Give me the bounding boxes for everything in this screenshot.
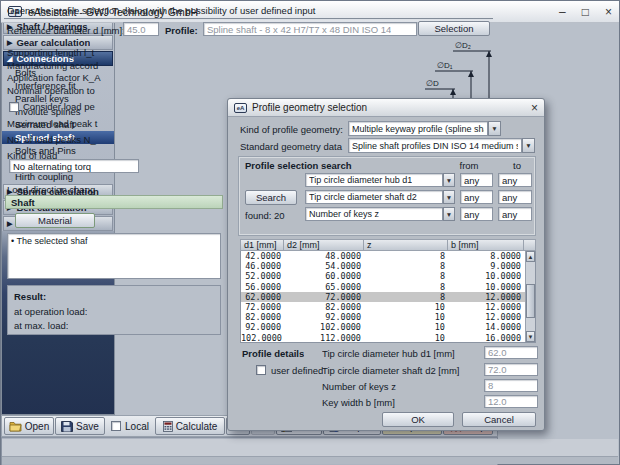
result-title: Result: xyxy=(14,291,46,302)
table-cell: 60.0000 xyxy=(285,271,365,281)
table-cell: 10 xyxy=(365,333,449,343)
table-cell: 8.0000 xyxy=(449,251,525,261)
search-combo-arrow-icon[interactable]: ▼ xyxy=(443,173,455,187)
table-cell: 82.0000 xyxy=(285,302,365,312)
table-scrollbar[interactable]: ▲ ▼ xyxy=(525,251,535,342)
reference-diameter-label: Reference diameter d [mm]: xyxy=(7,25,123,36)
shaft-section-header: Shaft xyxy=(5,195,223,209)
table-header-d1-mm[interactable]: d1 [mm] xyxy=(240,239,284,251)
save-button[interactable]: Save xyxy=(55,417,105,435)
open-button[interactable]: Open xyxy=(4,417,54,435)
table-cell: 14.0000 xyxy=(449,322,525,332)
dialog-close-icon[interactable]: × xyxy=(531,102,538,114)
application-window: eA eAssistant - GWJ Technology GmbH – □ … xyxy=(0,0,620,465)
scroll-up-icon[interactable]: ▲ xyxy=(526,251,535,262)
toolbar-button-label: Calculate xyxy=(176,421,218,432)
table-header-z[interactable]: z xyxy=(364,239,448,251)
search-combo-arrow-icon[interactable]: ▼ xyxy=(443,207,455,221)
profile-table: d1 [mm]d2 [mm]zb [mm] 42.000048.000088.0… xyxy=(240,239,536,343)
table-row[interactable]: 56.000065.0000810.0000 xyxy=(241,282,525,292)
form-label-supporting-length-l-t: Supporting length l_t xyxy=(7,47,221,58)
detail-label-number-of-keys-z: Number of keys z xyxy=(322,381,482,392)
kind-combo-arrow-icon[interactable]: ▼ xyxy=(488,121,501,136)
table-cell: 112.0000 xyxy=(285,333,365,343)
table-row[interactable]: 102.0000112.00001016.0000 xyxy=(241,333,525,343)
cancel-button[interactable]: Cancel xyxy=(462,412,536,427)
search-to-field-1[interactable]: any xyxy=(498,190,532,204)
table-cell: 48.0000 xyxy=(285,251,365,261)
search-combo-arrow-icon[interactable]: ▼ xyxy=(443,190,455,204)
scroll-down-icon[interactable]: ▼ xyxy=(526,331,535,342)
detail-value-tip-circle-diameter-shaft-d2-mm: 72.0 xyxy=(484,363,538,376)
kind-of-load-combo[interactable]: No alternating torq xyxy=(9,159,139,173)
combo-value: Tip circle diameter hub d1 xyxy=(309,175,412,185)
scrollbar-thumb[interactable] xyxy=(526,284,535,318)
table-cell: 10.0000 xyxy=(449,271,525,281)
window-controls: – □ × xyxy=(559,6,612,18)
window-bottom-frame xyxy=(2,456,618,464)
standard-geometry-combo[interactable]: Spline shaft profiles DIN ISO 14 medium … xyxy=(348,138,522,153)
search-field-combo-number-of-keys-z[interactable]: Number of keys z xyxy=(305,207,443,221)
table-row[interactable]: 42.000048.000088.0000 xyxy=(241,251,525,261)
search-from-field-0[interactable]: any xyxy=(460,173,493,187)
form-label-nominal-operation-to: Nominal operation to xyxy=(7,85,221,96)
maximize-button[interactable]: □ xyxy=(582,6,589,18)
found-count-label: found: 20 xyxy=(245,210,285,221)
search-to-field-2[interactable]: any xyxy=(498,207,532,221)
table-cell: 10 xyxy=(365,302,449,312)
local-checkbox-group: Local xyxy=(106,417,154,435)
search-field-combo-tip-circle-diameter-hub-d1[interactable]: Tip circle diameter hub d1 xyxy=(305,173,443,187)
table-cell: 102.0000 xyxy=(241,333,285,343)
local-checkbox[interactable] xyxy=(111,421,121,431)
minimize-button[interactable]: – xyxy=(559,6,566,18)
table-row[interactable]: 52.000060.0000810.0000 xyxy=(241,271,525,281)
material-button[interactable]: Material xyxy=(15,213,95,228)
selection-button[interactable]: Selection xyxy=(418,21,490,36)
table-cell: 8 xyxy=(365,292,449,302)
search-to-field-0[interactable]: any xyxy=(498,173,532,187)
kind-of-profile-label: Kind of profile geometry: xyxy=(240,124,346,135)
detail-value-key-width-b-mm: 12.0 xyxy=(484,395,538,408)
search-button[interactable]: Search xyxy=(245,190,297,205)
table-cell: 72.0000 xyxy=(285,292,365,302)
table-cell: 102.0000 xyxy=(285,322,365,332)
consider-load-checkbox[interactable] xyxy=(9,102,19,112)
form-label-load-direction-chang: Load direction chang xyxy=(7,184,221,195)
standard-combo-arrow-icon[interactable]: ▼ xyxy=(522,138,535,153)
search-from-field-1[interactable]: any xyxy=(460,190,493,204)
kind-of-profile-combo[interactable]: Multiple keyway profile (spline shaft) xyxy=(348,121,488,136)
table-row[interactable]: 82.000092.00001012.0000 xyxy=(241,312,525,322)
search-from-field-2[interactable]: any xyxy=(460,207,493,221)
dialog-icon: eA xyxy=(234,103,247,113)
search-field-combo-tip-circle-diameter-shaft-d2[interactable]: Tip circle diameter shaft d2 xyxy=(305,190,443,204)
table-cell: 8 xyxy=(365,261,449,271)
ok-button[interactable]: OK xyxy=(382,412,454,427)
hint-text: Opens the profile selection dialog with … xyxy=(7,5,487,16)
shaft-note-box: • The selected shaf xyxy=(7,233,221,279)
triangle-collapsed-icon: ▶ xyxy=(7,39,12,46)
table-cell: 46.0000 xyxy=(241,261,285,271)
form-row-consider-load-pe: Consider load pe xyxy=(9,101,221,112)
table-header-scroll-spacer xyxy=(524,239,536,251)
table-row[interactable]: 62.000072.0000812.0000 xyxy=(241,292,525,302)
from-label: from xyxy=(453,160,485,171)
result-row-max: at max. load: xyxy=(14,320,68,331)
table-header-b-mm[interactable]: b [mm] xyxy=(448,239,524,251)
form-label-no-of-load-peaks-n: No. of load peaks N_ xyxy=(7,134,221,145)
calculator-icon xyxy=(163,421,173,432)
search-group-title: Profile selection search xyxy=(245,160,352,171)
diagram-label-d1: ∅D₁ xyxy=(437,61,453,70)
table-row[interactable]: 92.0000102.00001014.0000 xyxy=(241,322,525,332)
user-defined-checkbox[interactable] xyxy=(256,365,266,375)
save-floppy-icon xyxy=(61,421,73,432)
table-row[interactable]: 46.000054.000089.0000 xyxy=(241,261,525,271)
detail-value-text: 62.0 xyxy=(488,347,507,358)
close-button[interactable]: × xyxy=(605,6,612,18)
calculate-button[interactable]: Calculate xyxy=(155,417,225,435)
table-row[interactable]: 72.000082.00001012.0000 xyxy=(241,302,525,312)
combo-value: No alternating torq xyxy=(13,161,91,172)
detail-value-text: 8 xyxy=(488,380,493,391)
detail-value-number-of-keys-z: 8 xyxy=(484,379,538,392)
triangle-collapsed-icon: ▶ xyxy=(7,220,12,227)
table-header-d2-mm[interactable]: d2 [mm] xyxy=(284,239,364,251)
